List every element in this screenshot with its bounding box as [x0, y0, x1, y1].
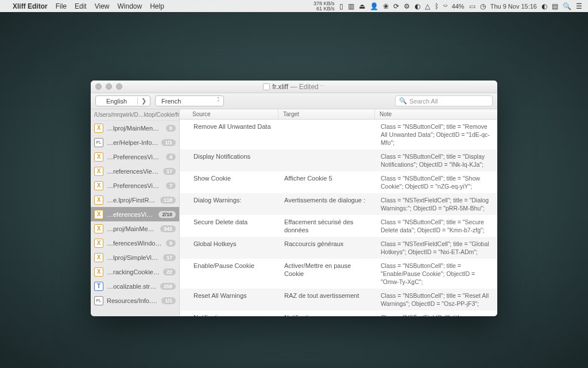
menu-file[interactable]: File	[56, 2, 67, 10]
cell-source[interactable]: Display Notifications	[189, 152, 280, 168]
eject-icon[interactable]: ⏏	[359, 2, 365, 10]
cell-target[interactable]: Avertissements de dialogue :	[280, 196, 376, 212]
target-language-selector[interactable]: French ˄˅	[155, 95, 224, 106]
sidebar-file-item[interactable]: T…ocalizable.strings259	[91, 279, 179, 293]
menu-window[interactable]: Window	[118, 2, 142, 10]
file-badge: 1/1	[161, 297, 176, 304]
cell-source[interactable]: Global Hotkeys	[189, 240, 280, 256]
updown-caret-icon: ˄˅	[217, 98, 220, 104]
sidebar-file-item[interactable]: PLResources/Info.plist1/1	[91, 293, 179, 308]
menu-view[interactable]: View	[95, 2, 110, 10]
network-rates: 378 KB/s 61 KB/s	[314, 1, 335, 12]
contrast-icon[interactable]: ◐	[541, 2, 547, 10]
table-row[interactable]: Dialog Warnings:Avertissements de dialog…	[180, 193, 497, 215]
sidebar-file-item[interactable]: X…ferencesWindow.xib0	[91, 236, 179, 250]
menu-edit[interactable]: Edit	[75, 2, 87, 10]
cell-source[interactable]: Reset All Warnings	[189, 292, 280, 308]
close-button[interactable]	[95, 83, 102, 90]
sidebar-file-item[interactable]: X…PreferencesView.xib4	[91, 150, 179, 164]
sidebar-file-item[interactable]: X…lproj/MainMenu.xib0	[91, 121, 179, 135]
wifi-icon[interactable]: ⌔	[443, 2, 447, 10]
user-icon[interactable]: 👤	[370, 2, 378, 10]
bars-icon[interactable]: ▥	[348, 2, 354, 10]
cell-source[interactable]: Remove All Unwanted Data	[189, 122, 280, 147]
circle-icon[interactable]: ◐	[415, 2, 420, 10]
cell-source[interactable]: Secure Delete data	[189, 218, 280, 234]
file-name: …PreferencesView.xib	[107, 182, 163, 189]
table-row[interactable]: Enable/Pause CookieActiver/Mettre en pau…	[180, 259, 497, 289]
edited-indicator: — Edited	[290, 83, 318, 91]
cell-source[interactable]: Notifications:	[189, 313, 280, 316]
clock-icon[interactable]: ◷	[480, 2, 486, 10]
file-badge: 0	[166, 125, 176, 132]
cell-target[interactable]: Effacement sécurisé des données	[280, 218, 376, 234]
xib-file-icon: X	[94, 195, 103, 205]
cell-source[interactable]: Enable/Pause Cookie	[189, 262, 280, 286]
header-note[interactable]: Note	[375, 109, 497, 119]
table-row[interactable]: Display NotificationsClass = "NSButtonCe…	[180, 150, 497, 171]
cell-target[interactable]	[280, 152, 376, 168]
notifications-icon[interactable]: ☰	[576, 2, 582, 10]
source-language-selector[interactable]: English ❯	[95, 95, 150, 106]
cloud-icon[interactable]: △	[425, 2, 430, 10]
file-badge: 1/1	[161, 139, 176, 146]
file-name: …e.lproj/FirstRun.xib	[107, 197, 157, 204]
table-row[interactable]: Reset All WarningsRAZ de tout avertissem…	[180, 289, 497, 310]
xib-file-icon: X	[94, 224, 103, 233]
fan-icon[interactable]: ❀	[383, 2, 389, 10]
gear-icon[interactable]: ⚙	[404, 2, 410, 10]
sidebar-file-item[interactable]: X…e.lproj/FirstRun.xib118	[91, 193, 179, 207]
sidebar-file-item[interactable]: X…eferencesView.xib2/10	[91, 207, 179, 221]
battery-icon[interactable]: ▭	[469, 2, 475, 10]
file-name: …rackingCookies.xib	[107, 269, 160, 275]
file-badge: 22	[163, 269, 176, 275]
cell-note: Class = "NSButtonCell"; title = "Secure …	[376, 218, 497, 234]
sidebar-file-item[interactable]: X…rackingCookies.xib22	[91, 264, 179, 279]
titlebar[interactable]: fr.xliff — Edited ﹀	[91, 80, 497, 93]
spotlight-icon[interactable]: 🔍	[563, 2, 571, 10]
header-target[interactable]: Target	[278, 109, 375, 119]
file-badge: 0	[166, 240, 176, 247]
zoom-button[interactable]	[116, 83, 122, 90]
cell-target[interactable]	[280, 122, 376, 147]
cell-target[interactable]: Afficher Cookie 5	[280, 174, 376, 190]
graph-icon[interactable]: ▯	[339, 2, 343, 10]
cell-source[interactable]: Show Cookie	[189, 174, 280, 190]
sidebar-file-item[interactable]: X…referencesView.xib17	[91, 164, 179, 178]
cell-note: Class = "NSButtonCell"; title = "Show Co…	[376, 174, 497, 190]
cell-source[interactable]: Dialog Warnings:	[189, 196, 280, 212]
xib-file-icon: X	[94, 124, 103, 133]
title-chevron-icon[interactable]: ﹀	[320, 83, 325, 90]
table-row[interactable]: Notifications:Notifications :Class = "NS…	[180, 310, 497, 316]
cell-target[interactable]: Raccourcis généraux	[280, 240, 376, 256]
file-path: /Users/mrqwirk/D…ktop/Cookie/fr.xliff	[91, 109, 179, 121]
menu-help[interactable]: Help	[150, 2, 164, 10]
cell-target[interactable]: RAZ de tout avertissement	[280, 292, 376, 308]
header-source[interactable]: Source	[188, 109, 278, 119]
file-name: …PreferencesView.xib	[107, 154, 163, 160]
notepad-icon[interactable]: ▤	[552, 2, 558, 10]
sidebar-file-item[interactable]: PL…er/Helper-Info.plist1/1	[91, 135, 179, 150]
app-name[interactable]: Xliff Editor	[13, 2, 48, 10]
plist-file-icon: PL	[94, 138, 103, 147]
table-row[interactable]: Remove All Unwanted DataClass = "NSButto…	[180, 120, 497, 150]
sidebar-file-item[interactable]: X…PreferencesView.xib7	[91, 178, 179, 193]
file-badge: 118	[160, 197, 176, 204]
xib-file-icon: X	[94, 181, 103, 190]
table-row[interactable]: Global HotkeysRaccourcis générauxClass =…	[180, 237, 497, 259]
file-name: …er/Helper-Info.plist	[107, 139, 158, 146]
file-name: …eferencesView.xib	[107, 211, 155, 218]
source-language-label: English	[96, 98, 137, 105]
minimize-button[interactable]	[106, 83, 112, 90]
sidebar-file-item[interactable]: X…proj/MainMenu.xib342	[91, 221, 179, 236]
chevron-right-icon: ❯	[137, 97, 150, 105]
table-row[interactable]: Show CookieAfficher Cookie 5Class = "NSB…	[180, 171, 497, 193]
cell-target[interactable]: Notifications :	[280, 313, 376, 316]
file-list[interactable]: X…lproj/MainMenu.xib0PL…er/Helper-Info.p…	[91, 121, 179, 316]
bluetooth-icon[interactable]: ᛒ	[435, 2, 439, 10]
sync-icon[interactable]: ⟳	[393, 2, 399, 10]
sidebar-file-item[interactable]: X…lproj/SimpleView.xib17	[91, 250, 179, 264]
table-row[interactable]: Secure Delete dataEffacement sécurisé de…	[180, 215, 497, 237]
search-input[interactable]: 🔍 Search All	[395, 95, 493, 106]
cell-target[interactable]: Activer/Mettre en pause Cookie	[280, 262, 376, 286]
